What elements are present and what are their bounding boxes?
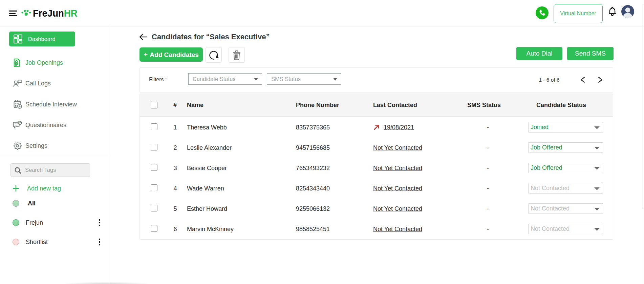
- svg-text:?: ?: [19, 121, 21, 124]
